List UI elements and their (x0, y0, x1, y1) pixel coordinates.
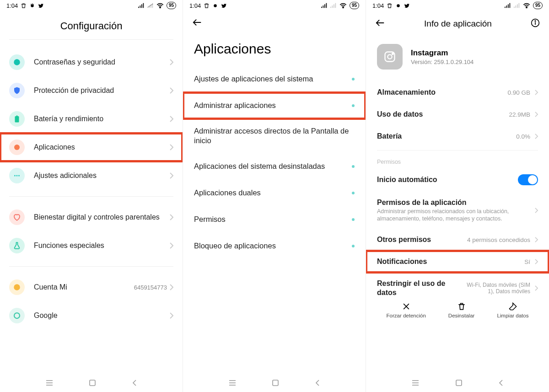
row-value: 0.90 GB (507, 89, 530, 96)
nav-recent-icon[interactable] (411, 380, 420, 388)
row-desc: Administrar permisos relacionados con la… (377, 208, 530, 222)
row-app-lock[interactable]: Bloqueo de aplicaciones (183, 233, 366, 259)
svg-point-0 (31, 4, 34, 7)
row-manage-apps[interactable]: Administrar aplicaciones (183, 92, 366, 119)
row-label: Protección de privacidad (34, 86, 170, 95)
nav-recent-icon[interactable] (45, 380, 54, 388)
clear-data-button[interactable]: Limpiar datos (497, 302, 528, 318)
chevron-right-icon (535, 90, 538, 95)
row-value: 4 permisos concedidos (467, 236, 530, 243)
svg-rect-25 (321, 7, 322, 8)
row-privacy[interactable]: Protección de privacidad (0, 76, 183, 105)
row-autostart[interactable]: Inicio automático (366, 168, 549, 192)
section-permissions: Permisos (366, 150, 549, 168)
row-battery[interactable]: Batería 0.0% (366, 125, 549, 147)
force-stop-button[interactable]: Forzar detención (387, 302, 426, 318)
row-label: Administrar accesos directos de la Panta… (194, 126, 355, 146)
signal-nosim-icon (514, 3, 520, 8)
row-wellbeing[interactable]: Bienestar digital y controles parentales (0, 203, 183, 231)
svg-rect-2 (140, 5, 140, 8)
privacy-shield-icon (9, 83, 25, 98)
svg-rect-37 (273, 380, 278, 386)
trash-icon (204, 3, 210, 9)
status-time: 1:04 (6, 2, 18, 9)
status-bar: 1:04 95 (0, 0, 183, 10)
bird-icon (221, 3, 227, 9)
app-header: Instagram Versión: 259.1.0.29.104 (366, 35, 549, 81)
row-restrict-data[interactable]: Restringir el uso de datos Wi-Fi, Datos … (366, 273, 549, 299)
row-label: Cuenta Mi (34, 283, 134, 291)
svg-rect-32 (335, 3, 336, 8)
row-uninstalled[interactable]: Aplicaciones del sistema desinstaladas (183, 153, 366, 180)
row-passwords[interactable]: Contraseñas y seguridad (0, 48, 183, 76)
chevron-right-icon (535, 259, 538, 264)
svg-point-18 (14, 284, 20, 290)
svg-point-53 (392, 53, 393, 54)
svg-point-52 (388, 54, 392, 59)
svg-rect-44 (515, 5, 516, 8)
chevron-right-icon (535, 112, 538, 117)
row-notifications[interactable]: Notificaciones Sí (366, 251, 549, 273)
bottom-actions: Forzar detención Desinstalar Limpiar dat… (366, 299, 549, 323)
row-label: Contraseñas y seguridad (34, 58, 170, 66)
row-label: Uso de datos (377, 110, 504, 119)
row-label: Almacenamiento (377, 88, 503, 97)
nav-bar (183, 373, 366, 392)
svg-point-38 (397, 4, 400, 7)
nav-home-icon[interactable] (272, 379, 279, 388)
svg-rect-43 (514, 7, 515, 8)
page-title: Configuración (0, 10, 183, 39)
nav-back-icon[interactable] (315, 379, 320, 388)
signal-nosim-icon (147, 3, 154, 8)
row-label: Restringir el uso de datos (377, 279, 457, 297)
nav-home-icon[interactable] (89, 379, 96, 388)
row-shortcuts[interactable]: Administrar accesos directos de la Panta… (183, 119, 366, 153)
row-data-usage[interactable]: Uso de datos 22.9MB (366, 103, 549, 125)
svg-rect-41 (508, 4, 509, 8)
nav-recent-icon[interactable] (228, 380, 237, 388)
row-label: Bienestar digital y controles parentales (34, 213, 170, 222)
back-button[interactable] (192, 18, 202, 28)
row-dual-apps[interactable]: Aplicaciones duales (183, 180, 366, 206)
row-storage[interactable]: Almacenamiento 0.90 GB (366, 81, 549, 103)
row-label: Inicio automático (377, 175, 513, 184)
row-apps[interactable]: Aplicaciones (0, 133, 183, 161)
row-label: Aplicaciones del sistema desinstaladas (194, 161, 343, 171)
svg-rect-1 (138, 7, 139, 8)
battery-icon (9, 111, 25, 127)
row-permissions[interactable]: Permisos (183, 206, 366, 233)
row-mi-account[interactable]: Cuenta Mi 6459154773 (0, 273, 183, 301)
row-label: Aplicaciones duales (194, 188, 343, 198)
autostart-toggle[interactable] (518, 174, 538, 185)
badge-dot (352, 192, 355, 194)
uninstall-button[interactable]: Desinstalar (448, 302, 475, 318)
back-button[interactable] (375, 19, 385, 29)
status-bar: 1:04 95 (183, 0, 366, 10)
chevron-right-icon (170, 312, 173, 319)
svg-point-11 (14, 59, 20, 65)
row-system-apps[interactable]: Ajustes de aplicaciones del sistema (183, 66, 366, 92)
status-bar: 1:04 95 (366, 0, 549, 10)
row-label: Aplicaciones (34, 143, 170, 151)
row-app-permissions[interactable]: Permisos de la aplicación Administrar pe… (366, 192, 549, 229)
row-label: Notificaciones (377, 257, 520, 266)
nav-back-icon[interactable] (132, 379, 137, 388)
bird-icon (404, 3, 410, 9)
nav-back-icon[interactable] (498, 379, 504, 388)
chevron-right-icon (535, 134, 538, 139)
chevron-right-icon (170, 59, 173, 65)
row-special[interactable]: Funciones especiales (0, 231, 183, 260)
chevron-right-icon (170, 242, 173, 249)
svg-rect-3 (141, 4, 142, 8)
chevron-right-icon (170, 144, 173, 150)
row-google[interactable]: Google (0, 301, 183, 330)
screen-app-info: 1:04 95 Info de aplicación Instagram Ver… (366, 0, 549, 392)
info-button[interactable] (531, 18, 540, 29)
more-dots-icon (9, 168, 25, 183)
row-additional[interactable]: Ajustes adicionales (0, 161, 183, 190)
row-battery[interactable]: Batería y rendimiento (0, 105, 183, 133)
svg-rect-30 (332, 5, 333, 8)
nav-home-icon[interactable] (455, 379, 463, 388)
row-other-permissions[interactable]: Otros permisos 4 permisos concedidos (366, 229, 549, 251)
heart-icon (9, 209, 25, 225)
